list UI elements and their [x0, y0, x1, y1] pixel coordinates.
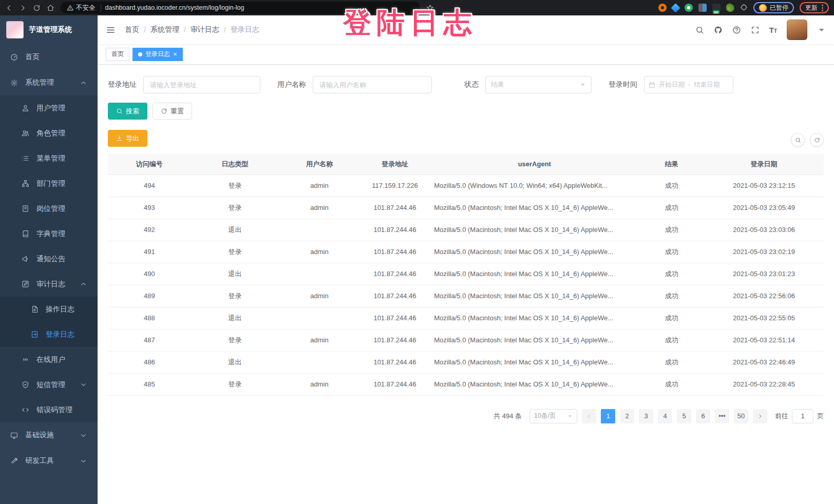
refresh-icon: [814, 137, 820, 143]
sidebar-item-label: 字典管理: [36, 229, 65, 239]
sidebar-item-audit-log[interactable]: 审计日志: [0, 272, 98, 297]
sidebar-item-menu-management[interactable]: 菜单管理: [0, 146, 98, 171]
font-size-icon[interactable]: TT: [769, 26, 777, 34]
header-search-icon[interactable]: [695, 26, 704, 34]
cell-id: 486: [108, 351, 191, 373]
browser-forward-icon[interactable]: [19, 4, 27, 12]
table-row[interactable]: 490退出101.87.244.46Mozilla/5.0 (Macintosh…: [108, 263, 824, 285]
tag-close-icon[interactable]: ×: [173, 51, 177, 57]
page-ellipsis[interactable]: •••: [715, 409, 729, 423]
page-button-6[interactable]: 6: [696, 409, 710, 423]
cell-id: 492: [108, 219, 191, 241]
page-button-4[interactable]: 4: [658, 409, 672, 423]
tag-active[interactable]: 登录日志×: [132, 48, 183, 61]
sidebar-item-post-management[interactable]: 岗位管理: [0, 196, 98, 221]
table-row[interactable]: 486退出101.87.244.46Mozilla/5.0 (Macintosh…: [108, 351, 824, 373]
sidebar-item-system-management[interactable]: 系统管理: [0, 70, 98, 95]
browser-home-icon[interactable]: [47, 4, 54, 12]
extension-icon-orange[interactable]: [658, 4, 667, 12]
breadcrumb-item[interactable]: 审计日志: [191, 25, 219, 34]
sidebar-logo-row[interactable]: 芋道管理系统: [0, 15, 98, 44]
table-row[interactable]: 488退出101.87.244.46Mozilla/5.0 (Macintosh…: [108, 307, 824, 329]
prev-page-button[interactable]: [582, 409, 596, 423]
sidebar-item-role-management[interactable]: 角色管理: [0, 121, 98, 146]
browser-extensions-area: on 已暂停 更新: [658, 2, 829, 13]
cell-agent: Mozilla/5.0 (Macintosh; Intel Mac OS X 1…: [430, 329, 639, 351]
breadcrumb-item[interactable]: 系统管理: [150, 25, 179, 34]
sidebar-item-dict-management[interactable]: 字典管理: [0, 221, 98, 246]
sidebar-item-label: 岗位管理: [36, 204, 65, 214]
browser-menu-icon[interactable]: [822, 5, 823, 11]
security-chip[interactable]: 不安全: [67, 4, 101, 12]
toggle-search-button[interactable]: [791, 133, 805, 147]
extension-icon-blue-gem[interactable]: [671, 3, 680, 12]
help-icon[interactable]: [732, 26, 741, 34]
dept-management-icon: [22, 180, 29, 187]
app-logo: [6, 21, 24, 38]
sidebar-item-online-users[interactable]: 在线用户: [0, 347, 98, 372]
chevron-down-icon: [580, 82, 586, 88]
browser-back-icon[interactable]: [5, 4, 13, 12]
extension-icon-grid[interactable]: [698, 4, 707, 12]
table-row[interactable]: 493登录admin101.87.244.46Mozilla/5.0 (Maci…: [108, 197, 824, 219]
sidebar-item-sms-management[interactable]: 短信管理: [0, 372, 98, 397]
login-time-range-picker[interactable]: 开始日期 - 结束日期: [644, 76, 733, 93]
github-icon[interactable]: [714, 26, 723, 34]
table-row[interactable]: 487登录admin101.87.244.46Mozilla/5.0 (Maci…: [108, 329, 824, 351]
table-row[interactable]: 491登录admin101.87.244.46Mozilla/5.0 (Maci…: [108, 241, 824, 263]
sidebar-item-home[interactable]: 首页: [0, 44, 98, 70]
table-row[interactable]: 494登录admin117.159.17.226Mozilla/5.0 (Win…: [108, 175, 824, 197]
sidebar-item-notice-management[interactable]: 通知公告: [0, 246, 98, 272]
page-size-select[interactable]: 10条/页: [529, 409, 577, 423]
search-button-label: 搜索: [126, 107, 139, 116]
browser-profile-chip[interactable]: 已暂停: [753, 2, 794, 13]
goto-page-input[interactable]: [792, 409, 813, 423]
reset-button[interactable]: 重置: [153, 103, 192, 120]
search-button[interactable]: 搜索: [108, 103, 147, 120]
browser-reload-icon[interactable]: [33, 4, 41, 12]
fullscreen-icon[interactable]: [751, 26, 760, 34]
table-row[interactable]: 492退出101.87.244.46Mozilla/5.0 (Macintosh…: [108, 219, 824, 241]
tag-item[interactable]: 首页: [106, 48, 129, 61]
breadcrumb-item[interactable]: 首页: [125, 25, 139, 34]
page-button-3[interactable]: 3: [639, 409, 653, 423]
cell-id: 488: [108, 307, 191, 329]
browser-toolbar: 不安全 dashboard.yudao.iocoder.cn/system/lo…: [0, 0, 834, 15]
extension-icon-green-check[interactable]: [685, 4, 693, 12]
sidebar-item-login-log[interactable]: 登录日志: [0, 322, 98, 347]
status-select[interactable]: 结果: [485, 76, 592, 93]
bookmark-star-icon[interactable]: [426, 4, 434, 12]
cell-result: 成功: [639, 373, 704, 395]
url-text: dashboard.yudao.iocoder.cn/system/log/lo…: [105, 4, 244, 11]
sidebar-item-label: 登录日志: [46, 330, 74, 339]
sidebar-item-operation-log[interactable]: 操作日志: [0, 297, 98, 322]
extensions-puzzle-icon[interactable]: [740, 4, 748, 12]
export-button[interactable]: 导出: [108, 130, 147, 147]
operation-log-icon: [31, 305, 39, 313]
login-address-input[interactable]: [143, 76, 260, 93]
page-button-50[interactable]: 50: [734, 409, 748, 423]
browser-update-button[interactable]: 更新: [800, 2, 829, 13]
cell-date: 2021-05-03 22:55:05: [704, 307, 824, 329]
page-button-1[interactable]: 1: [601, 409, 615, 423]
page-content: 登录地址 用户名称 状态 结果 登录时间: [98, 65, 834, 504]
page-button-2[interactable]: 2: [620, 409, 634, 423]
page-button-5[interactable]: 5: [677, 409, 691, 423]
refresh-table-button[interactable]: [810, 133, 824, 147]
next-page-button[interactable]: [753, 409, 767, 423]
address-bar[interactable]: 不安全 dashboard.yudao.iocoder.cn/system/lo…: [61, 2, 420, 14]
sidebar-item-user-management[interactable]: 用户管理: [0, 95, 98, 121]
sidebar-item-infrastructure[interactable]: 基础设施: [0, 422, 98, 448]
cell-result: 成功: [639, 285, 704, 307]
extension-icon-plant[interactable]: [726, 4, 734, 12]
sidebar-item-error-code-management[interactable]: 错误码管理: [0, 397, 98, 422]
username-input[interactable]: [313, 76, 432, 93]
sidebar-toggle-icon[interactable]: [106, 25, 116, 35]
user-avatar[interactable]: [787, 20, 807, 40]
warning-icon: [67, 5, 73, 11]
avatar-caret-icon[interactable]: [817, 26, 826, 34]
sidebar-item-dev-tools[interactable]: 研发工具: [0, 448, 98, 474]
table-row[interactable]: 485登录admin101.87.244.46Mozilla/5.0 (Maci…: [108, 373, 824, 395]
table-row[interactable]: 489登录admin101.87.244.46Mozilla/5.0 (Maci…: [108, 285, 824, 307]
sidebar-item-dept-management[interactable]: 部门管理: [0, 171, 98, 196]
